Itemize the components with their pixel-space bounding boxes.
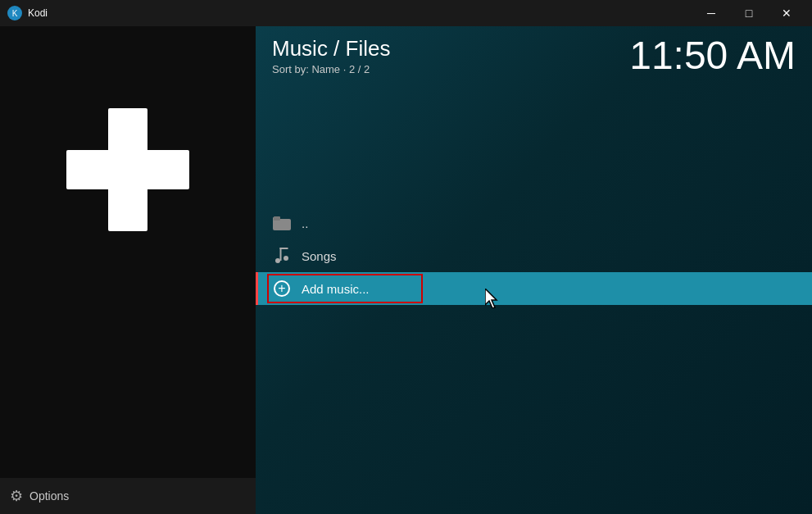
list-item-add-music[interactable]: + Add music... <box>256 272 812 305</box>
svg-rect-8 <box>280 248 288 249</box>
breadcrumb-area: Music / Files Sort by: Name · 2 / 2 <box>272 36 390 75</box>
big-plus-icon <box>66 108 189 231</box>
options-label: Options <box>29 489 69 503</box>
parent-label: .. <box>302 216 308 230</box>
clock: 11:50 AM <box>629 36 796 75</box>
options-gear-icon: ⚙ <box>10 487 23 505</box>
titlebar-app-name: Kodi <box>28 7 48 19</box>
maximize-button[interactable]: □ <box>730 0 768 26</box>
main-app: ⚙ Options Music / Files Sort by: Name · … <box>0 26 812 514</box>
folder-icon <box>272 213 292 233</box>
minimize-button[interactable]: ─ <box>692 0 730 26</box>
right-panel: Music / Files Sort by: Name · 2 / 2 11:5… <box>256 26 812 514</box>
add-music-label: Add music... <box>302 282 370 296</box>
options-bar[interactable]: ⚙ Options <box>0 478 256 514</box>
svg-point-6 <box>284 256 288 261</box>
svg-text:K: K <box>12 9 18 18</box>
svg-rect-2 <box>273 219 291 230</box>
svg-rect-4 <box>274 216 280 221</box>
svg-point-5 <box>275 258 280 263</box>
file-list: .. Songs + <box>256 207 812 305</box>
songs-label: Songs <box>302 249 337 263</box>
close-button[interactable]: ✕ <box>768 0 805 26</box>
header: Music / Files Sort by: Name · 2 / 2 11:5… <box>256 26 812 92</box>
titlebar-controls: ─ □ ✕ <box>692 0 805 26</box>
titlebar: K Kodi ─ □ ✕ <box>0 0 812 26</box>
music-icon <box>272 246 292 266</box>
left-panel: ⚙ Options <box>0 26 256 514</box>
kodi-logo-icon: K <box>7 5 23 21</box>
add-music-plus-icon: + <box>272 279 292 298</box>
list-item-songs[interactable]: Songs <box>256 239 812 272</box>
list-item-parent[interactable]: .. <box>256 207 812 239</box>
sort-info: Sort by: Name · 2 / 2 <box>272 63 390 75</box>
page-title: Music / Files <box>272 36 390 61</box>
svg-rect-7 <box>280 248 282 261</box>
titlebar-left: K Kodi <box>7 5 48 21</box>
